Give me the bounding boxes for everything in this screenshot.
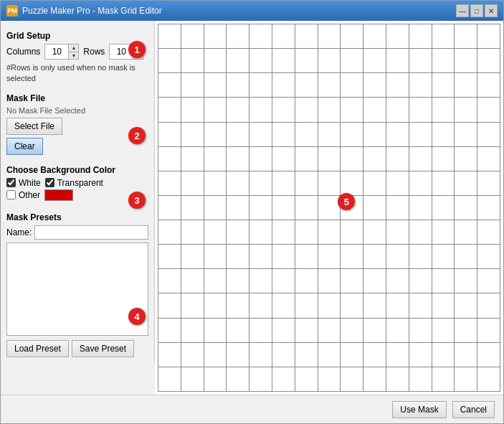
grid-cell[interactable] [249, 319, 272, 343]
grid-cell[interactable] [455, 147, 477, 171]
grid-cell[interactable] [227, 98, 249, 122]
minimize-button[interactable]: — [456, 4, 469, 17]
grid-cell[interactable] [181, 220, 204, 245]
grid-cell[interactable] [363, 319, 386, 343]
grid-cell[interactable] [455, 24, 477, 49]
grid-cell[interactable] [386, 98, 409, 122]
grid-cell[interactable] [295, 367, 318, 392]
grid-cell[interactable] [363, 24, 386, 49]
grid-cell[interactable] [432, 293, 455, 318]
grid-cell[interactable] [204, 293, 227, 318]
grid-cell[interactable] [432, 196, 455, 220]
white-checkbox-label[interactable]: White [6, 178, 41, 188]
grid-cell[interactable] [272, 123, 295, 147]
grid-cell[interactable] [363, 171, 386, 196]
grid-cell[interactable] [227, 171, 249, 196]
grid-cell[interactable] [409, 171, 432, 196]
save-preset-button[interactable]: Save Preset [72, 340, 134, 357]
grid-cell[interactable] [249, 245, 272, 269]
grid-cell[interactable] [181, 319, 204, 343]
grid-cell[interactable] [341, 367, 363, 392]
grid-cell[interactable] [318, 123, 341, 147]
grid-cell[interactable] [295, 293, 318, 318]
grid-cell[interactable] [341, 343, 363, 367]
columns-down-arrow[interactable]: ▼ [69, 52, 78, 60]
grid-cell[interactable] [363, 98, 386, 122]
grid-cell[interactable] [386, 24, 409, 49]
grid-cell[interactable] [477, 269, 500, 293]
select-file-button[interactable]: Select File [6, 118, 62, 135]
grid-cell[interactable] [249, 49, 272, 73]
grid-cell[interactable] [409, 147, 432, 171]
grid-cell[interactable] [363, 343, 386, 367]
grid-cell[interactable] [295, 24, 318, 49]
grid-cell[interactable] [272, 343, 295, 367]
grid-cell[interactable] [204, 73, 227, 98]
preset-list[interactable] [6, 242, 148, 336]
grid-cell[interactable] [227, 367, 249, 392]
grid-cell[interactable] [341, 98, 363, 122]
grid-cell[interactable] [341, 24, 363, 49]
grid-cell[interactable] [432, 220, 455, 245]
grid-cell[interactable] [318, 293, 341, 318]
grid-cell[interactable] [432, 319, 455, 343]
grid-cell[interactable] [158, 24, 181, 49]
grid-cell[interactable] [227, 147, 249, 171]
grid-cell[interactable] [249, 343, 272, 367]
grid-cell[interactable] [477, 196, 500, 220]
grid-cell[interactable] [181, 49, 204, 73]
grid-cell[interactable] [318, 147, 341, 171]
grid-cell[interactable] [386, 123, 409, 147]
grid-cell[interactable] [295, 171, 318, 196]
rows-input[interactable] [110, 44, 133, 59]
grid-cell[interactable] [249, 293, 272, 318]
grid-cell[interactable] [386, 196, 409, 220]
grid-cell[interactable] [477, 147, 500, 171]
grid-cell[interactable] [272, 319, 295, 343]
grid-cell[interactable] [318, 171, 341, 196]
clear-button[interactable]: Clear [6, 138, 43, 155]
grid-canvas[interactable] [158, 24, 500, 392]
grid-cell[interactable] [158, 293, 181, 318]
grid-cell[interactable] [341, 245, 363, 269]
grid-cell[interactable] [249, 123, 272, 147]
grid-cell[interactable] [409, 343, 432, 367]
grid-cell[interactable] [181, 367, 204, 392]
columns-up-arrow[interactable]: ▲ [69, 44, 78, 52]
grid-cell[interactable] [455, 171, 477, 196]
grid-cell[interactable] [272, 171, 295, 196]
grid-cell[interactable] [455, 123, 477, 147]
grid-cell[interactable] [227, 123, 249, 147]
grid-cell[interactable] [432, 123, 455, 147]
grid-cell[interactable] [455, 293, 477, 318]
grid-cell[interactable] [227, 319, 249, 343]
other-color-swatch[interactable] [44, 189, 73, 201]
grid-cell[interactable] [386, 147, 409, 171]
grid-cell[interactable] [204, 269, 227, 293]
grid-cell[interactable] [204, 319, 227, 343]
grid-cell[interactable] [432, 343, 455, 367]
grid-cell[interactable] [477, 73, 500, 98]
grid-cell[interactable] [318, 343, 341, 367]
grid-cell[interactable] [341, 123, 363, 147]
grid-cell[interactable] [341, 196, 363, 220]
grid-cell[interactable] [477, 367, 500, 392]
preset-name-input[interactable] [34, 225, 148, 240]
grid-cell[interactable] [432, 367, 455, 392]
grid-cell[interactable] [409, 123, 432, 147]
grid-cell[interactable] [363, 196, 386, 220]
rows-spinbox[interactable]: ▲ ▼ [109, 44, 143, 60]
grid-cell[interactable] [318, 269, 341, 293]
grid-cell[interactable] [363, 220, 386, 245]
grid-cell[interactable] [295, 343, 318, 367]
grid-cell[interactable] [477, 319, 500, 343]
grid-cell[interactable] [272, 293, 295, 318]
grid-cell[interactable] [318, 319, 341, 343]
grid-cell[interactable] [181, 245, 204, 269]
grid-cell[interactable] [318, 49, 341, 73]
other-checkbox-label[interactable]: Other [6, 190, 40, 200]
grid-cell[interactable] [158, 98, 181, 122]
grid-cell[interactable] [204, 245, 227, 269]
grid-cell[interactable] [181, 123, 204, 147]
cancel-button[interactable]: Cancel [452, 401, 495, 418]
